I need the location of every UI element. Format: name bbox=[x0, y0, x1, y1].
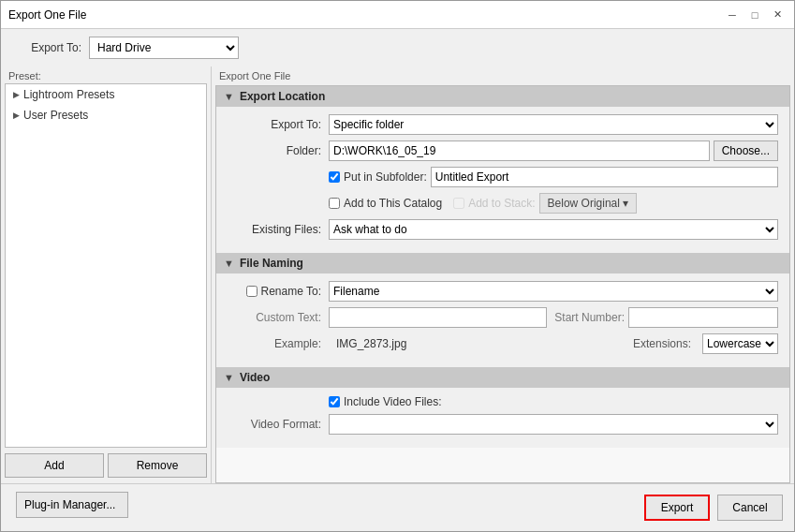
main-content: Preset: ▶ Lightroom Presets ▶ User Prese… bbox=[1, 66, 794, 483]
export-location-to-label: Export To: bbox=[228, 118, 321, 131]
rename-to-select[interactable]: Filename Custom Name Date - Filename bbox=[329, 281, 778, 302]
example-label: Example: bbox=[228, 337, 321, 350]
right-scroll-area: ▼ Export Location Export To: Specific fo… bbox=[215, 85, 790, 483]
catalog-label-text: Add to This Catalog bbox=[344, 197, 442, 210]
start-number-input[interactable] bbox=[628, 307, 778, 328]
extensions-label: Extensions: bbox=[633, 337, 691, 350]
catalog-row: Add to This Catalog Add to Stack: Below … bbox=[329, 193, 778, 214]
export-location-content: Export To: Specific folder Desktop Docum… bbox=[216, 107, 789, 253]
video-title: Video bbox=[240, 371, 270, 384]
stack-checkbox[interactable] bbox=[453, 198, 464, 209]
sidebar-item-lightroom-label: Lightroom Presets bbox=[23, 88, 114, 101]
export-button[interactable]: Export bbox=[644, 495, 710, 521]
subfolder-label-text: Put in Subfolder: bbox=[344, 170, 427, 184]
title-bar: Export One File ─ □ ✕ bbox=[1, 1, 794, 29]
include-video-text: Include Video Files: bbox=[344, 395, 442, 408]
include-video-checkbox[interactable] bbox=[329, 396, 340, 407]
right-header-label: Export One File bbox=[212, 66, 794, 85]
include-video-row: Include Video Files: bbox=[329, 395, 778, 408]
video-collapse-icon: ▼ bbox=[224, 372, 234, 383]
sidebar-label: Preset: bbox=[1, 66, 211, 83]
stack-section: Add to Stack: Below Original ▾ bbox=[453, 193, 637, 214]
sidebar-item-user[interactable]: ▶ User Presets bbox=[6, 105, 206, 126]
video-format-row: Video Format: bbox=[228, 414, 778, 435]
file-naming-content: Rename To: Filename Custom Name Date - F… bbox=[216, 273, 789, 367]
extensions-select[interactable]: Lowercase Uppercase bbox=[702, 333, 778, 354]
export-location-collapse-icon: ▼ bbox=[224, 91, 234, 102]
sidebar-item-lightroom[interactable]: ▶ Lightroom Presets bbox=[6, 84, 206, 105]
example-row: Example: IMG_2873.jpg Extensions: Lowerc… bbox=[228, 333, 778, 354]
start-number-label: Start Number: bbox=[554, 311, 625, 324]
example-value: IMG_2873.jpg bbox=[336, 337, 406, 350]
custom-text-row: Custom Text: Start Number: bbox=[228, 307, 778, 328]
folder-path-display: D:\WORK\16_05_19 bbox=[329, 140, 710, 161]
subfolder-checkbox-label[interactable]: Put in Subfolder: bbox=[329, 170, 427, 184]
video-header[interactable]: ▼ Video bbox=[216, 367, 789, 388]
folder-label: Folder: bbox=[228, 144, 321, 157]
sidebar-footer: Add Remove bbox=[1, 448, 211, 483]
below-original-button[interactable]: Below Original ▾ bbox=[539, 193, 638, 214]
subfolder-row: Put in Subfolder: bbox=[329, 167, 778, 187]
dialog-title: Export One File bbox=[8, 8, 86, 22]
rename-to-row: Rename To: Filename Custom Name Date - F… bbox=[228, 281, 778, 302]
user-arrow-icon: ▶ bbox=[13, 111, 20, 120]
existing-files-label: Existing Files: bbox=[228, 223, 321, 236]
add-preset-button[interactable]: Add bbox=[5, 453, 104, 478]
rename-to-label: Rename To: bbox=[261, 285, 321, 298]
existing-files-row: Existing Files: Ask what to do Choose a … bbox=[228, 219, 778, 240]
plugin-manager-button[interactable]: Plug-in Manager... bbox=[16, 492, 128, 518]
bottom-bar: Plug-in Manager... Export Cancel bbox=[1, 483, 794, 531]
folder-path-text: D:\WORK\16_05_19 bbox=[333, 144, 435, 157]
below-original-label: Below Original bbox=[548, 197, 620, 210]
bottom-right: Export Cancel bbox=[644, 495, 783, 521]
existing-files-select[interactable]: Ask what to do Choose a new name Overwri… bbox=[329, 219, 778, 240]
sidebar-list: ▶ Lightroom Presets ▶ User Presets bbox=[5, 83, 207, 448]
file-naming-collapse-icon: ▼ bbox=[224, 258, 234, 269]
top-export-to-select[interactable]: Hard Drive Email CD/DVD bbox=[89, 37, 239, 59]
subfolder-input[interactable] bbox=[431, 167, 778, 187]
sidebar: Preset: ▶ Lightroom Presets ▶ User Prese… bbox=[1, 66, 212, 483]
folder-row: Folder: D:\WORK\16_05_19 Choose... bbox=[228, 140, 778, 161]
top-export-to-row: Export To: Hard Drive Email CD/DVD bbox=[1, 29, 794, 66]
maximize-button[interactable]: □ bbox=[745, 6, 764, 24]
export-location-to-select[interactable]: Specific folder Desktop Documents bbox=[329, 114, 778, 135]
export-location-to-row: Export To: Specific folder Desktop Docum… bbox=[228, 114, 778, 135]
cancel-button[interactable]: Cancel bbox=[717, 495, 783, 521]
rename-checkbox[interactable] bbox=[246, 286, 258, 297]
subfolder-checkbox[interactable] bbox=[329, 171, 340, 183]
file-naming-title: File Naming bbox=[240, 257, 303, 270]
file-naming-header[interactable]: ▼ File Naming bbox=[216, 253, 789, 273]
top-export-to-label: Export To: bbox=[16, 41, 81, 54]
include-video-label[interactable]: Include Video Files: bbox=[329, 395, 442, 408]
export-location-title: Export Location bbox=[240, 90, 325, 103]
right-panel: Export One File ▼ Export Location Export… bbox=[212, 66, 794, 483]
stack-label-text: Add to Stack: bbox=[468, 197, 535, 210]
remove-preset-button[interactable]: Remove bbox=[108, 453, 207, 478]
video-content: Include Video Files: Video Format: bbox=[216, 388, 789, 448]
close-button[interactable]: ✕ bbox=[768, 6, 787, 24]
lightroom-arrow-icon: ▶ bbox=[13, 90, 20, 99]
minimize-button[interactable]: ─ bbox=[723, 6, 742, 24]
dialog: Export One File ─ □ ✕ Export To: Hard Dr… bbox=[0, 0, 795, 532]
rename-checkbox-label[interactable]: Rename To: bbox=[228, 285, 321, 298]
stack-checkbox-label: Add to Stack: bbox=[453, 197, 535, 210]
video-format-label: Video Format: bbox=[228, 418, 321, 431]
custom-text-input[interactable] bbox=[329, 307, 547, 328]
export-location-header[interactable]: ▼ Export Location bbox=[216, 86, 789, 107]
sidebar-item-user-label: User Presets bbox=[23, 109, 88, 122]
catalog-checkbox-label[interactable]: Add to This Catalog bbox=[329, 197, 442, 210]
custom-text-label: Custom Text: bbox=[228, 311, 321, 324]
video-format-select[interactable] bbox=[329, 414, 778, 435]
choose-button[interactable]: Choose... bbox=[714, 140, 778, 161]
title-bar-controls: ─ □ ✕ bbox=[723, 6, 787, 24]
catalog-checkbox[interactable] bbox=[329, 198, 340, 209]
bottom-left: Plug-in Manager... bbox=[12, 492, 132, 524]
